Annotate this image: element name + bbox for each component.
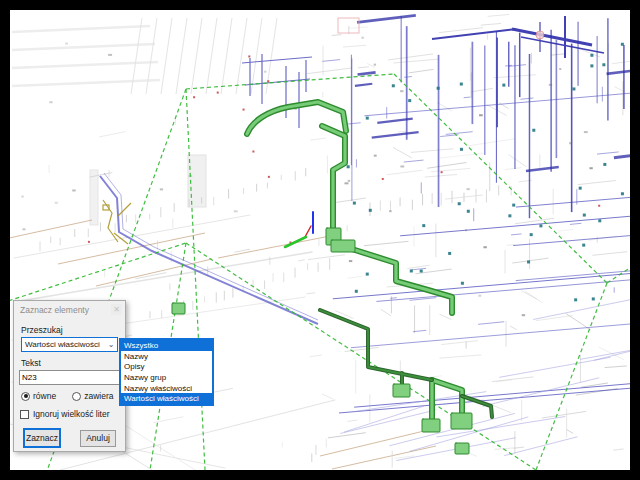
dialog-title: Zaznacz elementy <box>20 305 89 315</box>
search-category-dropdown-list: Wszystko Nazwy Opisy Nazwy grup Nazwy wł… <box>119 338 214 406</box>
background-wall-lines <box>12 26 160 86</box>
radio-zawiera-label: zawiera <box>84 391 113 401</box>
close-icon[interactable]: ✕ <box>111 304 122 315</box>
radio-zawiera-circle[interactable] <box>72 392 81 401</box>
radio-rowne[interactable]: równe <box>21 391 56 401</box>
combobox-value: Wartości właściwości <box>22 340 105 349</box>
cancel-button[interactable]: Anuluj <box>80 430 116 447</box>
roof-hatch-lines <box>131 18 277 94</box>
ignore-case-label: Ignoruj wielkość liter <box>33 409 110 419</box>
chevron-down-icon[interactable]: ⌄ <box>105 338 117 351</box>
dropdown-item-wszystko[interactable]: Wszystko <box>121 340 212 351</box>
screen: { "dialog": { "title": "Zaznacz elementy… <box>0 0 640 480</box>
dropdown-item-nazwy-grup[interactable]: Nazwy grup <box>121 372 212 383</box>
search-text-input[interactable] <box>19 370 120 385</box>
dropdown-item-wartosci-wlasciwosci[interactable]: Wartości właściwości <box>121 393 212 404</box>
radio-rowne-circle[interactable] <box>21 392 30 401</box>
radio-zawiera[interactable]: zawiera <box>72 391 113 401</box>
text-label: Tekst <box>21 358 41 368</box>
select-button[interactable]: Zaznacz <box>23 428 61 448</box>
dropdown-item-opisy[interactable]: Opisy <box>121 361 212 372</box>
search-label: Przeszukaj <box>21 325 63 335</box>
blue-pipe-cluster-left <box>242 54 312 128</box>
ignore-case-checkbox[interactable] <box>20 410 29 419</box>
select-elements-dialog: Zaznacz elementy ✕ Przeszukaj Wartości w… <box>13 300 126 452</box>
search-category-combobox[interactable]: Wartości właściwości ⌄ <box>21 337 118 352</box>
dropdown-item-nazwy-wlasciwosci[interactable]: Nazwy właściwości <box>121 383 212 394</box>
dropdown-item-nazwy[interactable]: Nazwy <box>121 351 212 362</box>
dark-specks <box>344 37 592 316</box>
ignore-case-checkbox-row[interactable]: Ignoruj wielkość liter <box>20 409 110 419</box>
radio-rowne-label: równe <box>33 391 56 401</box>
match-mode-radios: równe zawiera <box>21 391 113 401</box>
